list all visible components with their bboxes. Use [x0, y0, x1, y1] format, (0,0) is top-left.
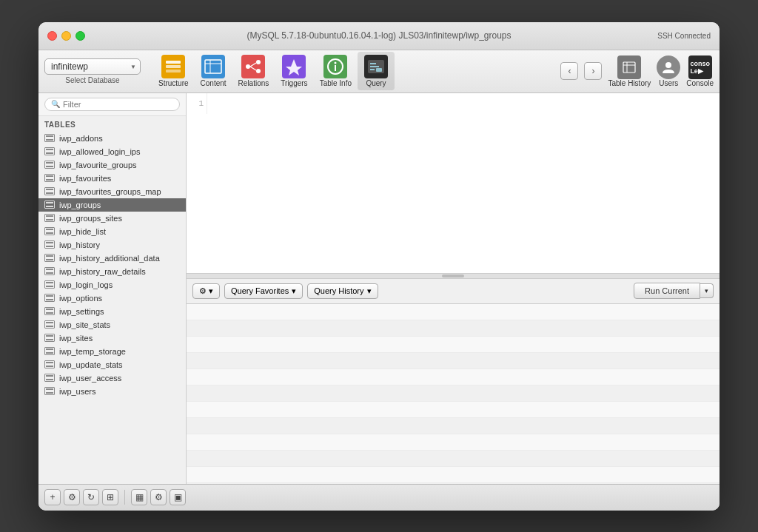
- table-name: iwp_addons: [59, 134, 103, 143]
- table-item[interactable]: iwp_favourites_groups_map: [38, 185, 186, 198]
- toolbar-right: ‹ › Table History: [560, 55, 714, 87]
- back-button[interactable]: ‹: [560, 62, 578, 80]
- structure-svg: [163, 56, 184, 77]
- table-item[interactable]: iwp_addons: [38, 132, 186, 145]
- gear2-button[interactable]: ⚙: [150, 489, 167, 505]
- svg-line-10: [250, 67, 256, 70]
- toolbar-triggers[interactable]: Triggers: [275, 52, 313, 90]
- settings-button[interactable]: ⚙ ▾: [192, 283, 220, 299]
- table-item[interactable]: iwp_temp_storage: [38, 345, 186, 358]
- filter-bar: 🔍: [38, 93, 186, 116]
- query-history-button[interactable]: Query History ▾: [307, 283, 378, 299]
- svg-point-8: [256, 69, 261, 73]
- gear-chevron: ▾: [209, 286, 213, 296]
- minimize-button[interactable]: [61, 31, 71, 41]
- table-item[interactable]: iwp_favourites: [38, 172, 186, 185]
- tableinfo-svg: [325, 56, 346, 77]
- table-item[interactable]: iwp_options: [38, 292, 186, 305]
- table-item[interactable]: iwp_history_raw_details: [38, 265, 186, 278]
- table-item[interactable]: iwp_favourite_groups: [38, 158, 186, 172]
- main-window: (MySQL 5.7.18-0ubuntu0.16.04.1-log) JLS0…: [38, 22, 720, 511]
- table-item[interactable]: iwp_user_access: [38, 371, 186, 385]
- result-row: [187, 304, 720, 320]
- table-name: iwp_users: [59, 387, 96, 396]
- table-name: iwp_settings: [59, 307, 104, 316]
- table-name: iwp_site_stats: [59, 320, 110, 329]
- table-item[interactable]: iwp_update_stats: [38, 358, 186, 371]
- result-row: [187, 402, 720, 418]
- table-item[interactable]: iwp_hide_list: [38, 225, 186, 238]
- table-icon: [44, 307, 55, 315]
- users-svg: [661, 60, 676, 75]
- maximize-button[interactable]: [76, 31, 85, 41]
- svg-rect-20: [623, 62, 635, 73]
- table-item-selected[interactable]: iwp_groups: [38, 198, 186, 212]
- resizer[interactable]: [187, 273, 720, 279]
- result-row: [187, 385, 720, 402]
- table-name: iwp_allowed_login_ips: [59, 147, 140, 156]
- forward-button[interactable]: ›: [584, 62, 602, 80]
- query-icon: [364, 55, 388, 78]
- run-button-wrap: Run Current ▾: [634, 283, 714, 299]
- add-button[interactable]: +: [44, 489, 61, 505]
- table-item[interactable]: iwp_sites: [38, 331, 186, 345]
- users-button[interactable]: Users: [657, 55, 680, 87]
- ssh-status: SSH Connected: [657, 32, 711, 40]
- toolbar-content[interactable]: Content: [195, 52, 232, 90]
- table-item[interactable]: iwp_history_additional_data: [38, 252, 186, 265]
- triggers-svg: [284, 56, 304, 77]
- database-select-container[interactable]: infinitewp: [44, 58, 141, 75]
- table-icon: [44, 227, 55, 235]
- tableinfo-label: Table Info: [320, 79, 352, 87]
- table-name: iwp_options: [59, 294, 102, 303]
- svg-line-9: [250, 63, 256, 67]
- table-item[interactable]: iwp_allowed_login_ips: [38, 145, 186, 158]
- settings-button[interactable]: ⚙: [64, 489, 80, 505]
- toolbar-tableinfo[interactable]: Table Info: [314, 52, 358, 90]
- structure-label: Structure: [158, 79, 189, 87]
- structure-icon: [161, 55, 185, 78]
- svg-marker-11: [286, 59, 302, 75]
- line-number: 1: [190, 99, 204, 108]
- bottom-separator: [124, 490, 125, 505]
- image-button[interactable]: ⊞: [102, 489, 118, 505]
- run-dropdown-button[interactable]: ▾: [700, 283, 714, 298]
- table-icon: [44, 320, 55, 329]
- multi-button[interactable]: ▣: [170, 489, 186, 505]
- filter-input[interactable]: [63, 100, 173, 109]
- table-item[interactable]: iwp_site_stats: [38, 318, 186, 331]
- svg-point-23: [665, 62, 671, 68]
- main-content: 🔍 TABLES iwp_addons iwp_allowed_login_ip…: [38, 93, 720, 484]
- table-icon: [44, 147, 55, 155]
- table-item[interactable]: iwp_history: [38, 238, 186, 252]
- table-item[interactable]: iwp_groups_sites: [38, 212, 186, 225]
- query-history-label: Query History: [314, 286, 363, 295]
- table-name: iwp_user_access: [59, 374, 121, 383]
- titlebar: (MySQL 5.7.18-0ubuntu0.16.04.1-log) JLS0…: [38, 22, 720, 50]
- users-avatar: [657, 55, 680, 79]
- run-current-button[interactable]: Run Current: [634, 283, 700, 299]
- console-button[interactable]: consoLe▶ Console: [686, 55, 714, 87]
- console-label: Console: [686, 79, 714, 87]
- query-svg: [366, 56, 386, 77]
- toolbar-relations[interactable]: Relations: [232, 52, 275, 90]
- table-item[interactable]: iwp_users: [38, 385, 186, 398]
- table-icon: [44, 254, 55, 262]
- result-row: [187, 467, 720, 483]
- refresh-button[interactable]: ↻: [83, 489, 99, 505]
- relations-icon: [241, 55, 265, 78]
- svg-point-14: [335, 62, 337, 64]
- table-view-button[interactable]: ▦: [131, 489, 147, 505]
- toolbar-structure[interactable]: Structure: [152, 52, 195, 90]
- table-item[interactable]: iwp_login_logs: [38, 278, 186, 292]
- table-item[interactable]: iwp_settings: [38, 305, 186, 318]
- query-favorites-button[interactable]: Query Favorites ▾: [224, 283, 303, 299]
- table-icon: [44, 387, 55, 395]
- toolbar-query[interactable]: Query: [358, 52, 395, 90]
- table-icon: [44, 187, 55, 195]
- result-row: [187, 320, 720, 337]
- query-textarea[interactable]: [210, 93, 720, 273]
- table-history-button[interactable]: Table History: [608, 55, 651, 87]
- database-select[interactable]: infinitewp: [44, 58, 141, 75]
- close-button[interactable]: [47, 31, 57, 41]
